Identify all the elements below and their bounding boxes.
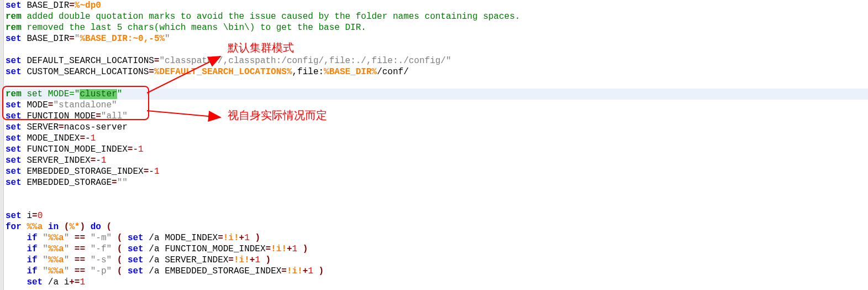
code-token: ": [64, 244, 70, 254]
code-line: for %%a in (%*) do (: [6, 221, 520, 232]
code-token: BASE_DIR: [22, 1, 69, 11]
annotation-text-1: 默认集群模式: [228, 42, 294, 53]
code-token: =: [128, 144, 133, 154]
code-token: "-s": [91, 255, 112, 265]
code-token: "-f": [91, 244, 112, 254]
code-token: [112, 244, 117, 254]
code-token: EMBEDDED_STORAGE: [22, 178, 112, 188]
code-token: [6, 266, 27, 276]
code-token: [6, 244, 27, 254]
code-token: (: [107, 222, 112, 232]
code-token: 1: [308, 266, 313, 276]
code-token: set: [6, 178, 22, 188]
code-token: set: [6, 111, 22, 121]
code-token: (: [117, 255, 123, 265]
code-token: set: [128, 255, 144, 265]
code-line: [6, 77, 520, 89]
code-token: [85, 266, 91, 276]
code-token: ): [319, 266, 324, 276]
editor-gutter: [0, 0, 4, 290]
code-token: [85, 233, 91, 243]
code-token: "all": [101, 111, 128, 121]
code-token: -: [96, 156, 101, 165]
code-token: set: [128, 244, 144, 254]
code-token: if: [27, 266, 37, 276]
code-token: BASE_DIR: [22, 34, 69, 44]
code-token: [112, 266, 117, 276]
code-token: %BASE_DIR%: [324, 67, 377, 77]
code-token: ==: [75, 255, 85, 265]
code-token: 1: [244, 233, 250, 243]
code-token: [85, 244, 91, 254]
code-token: (: [117, 244, 123, 254]
code-token: %%a: [48, 233, 64, 243]
code-token: if: [27, 244, 37, 254]
code-token: if: [27, 233, 37, 243]
code-line: set /a i+=1: [6, 277, 520, 288]
code-token: [122, 266, 128, 276]
code-line: if "%%a" == "-f" ( set /a FUNCTION_MODE_…: [6, 244, 520, 255]
code-token: (: [117, 233, 123, 243]
code-token: [38, 255, 43, 265]
code-token: ): [266, 255, 271, 265]
code-token: +: [239, 233, 245, 243]
code-token: +: [287, 244, 292, 254]
code-token: 1: [91, 133, 96, 143]
code-token: -: [133, 144, 138, 154]
code-token: set: [6, 56, 22, 66]
code-token: %~dp0: [75, 1, 101, 11]
code-token: [38, 233, 43, 243]
code-line: set DEFAULT_SEARCH_LOCATIONS="classpath:…: [6, 55, 520, 66]
code-token: set: [6, 67, 22, 77]
code-token: /a i: [43, 277, 69, 287]
code-line: set FUNCTION_MODE_INDEX=-1: [6, 144, 520, 155]
code-token: 1: [292, 244, 298, 254]
code-token: rem: [6, 23, 22, 33]
code-token: =: [228, 255, 234, 265]
code-token: -: [149, 167, 154, 177]
code-line: set EMBEDDED_STORAGE_INDEX=-1: [6, 166, 520, 177]
code-token: ": [64, 255, 70, 265]
code-token: [22, 222, 27, 232]
code-token: rem: [6, 89, 22, 99]
code-token: MODE: [22, 100, 48, 110]
code-token: set MODE=": [22, 89, 80, 99]
code-line: set EMBEDDED_STORAGE="": [6, 177, 520, 188]
code-line: rem added double quotation marks to avoi…: [6, 11, 520, 22]
code-token: ": [43, 266, 48, 276]
code-token: "-p": [91, 266, 112, 276]
code-token: "-m": [91, 233, 112, 243]
code-token: [112, 233, 117, 243]
code-token: [297, 244, 303, 254]
code-token: ): [255, 233, 260, 243]
code-token: set: [6, 211, 22, 221]
code-token: =: [80, 133, 85, 143]
code-token: SERVER: [22, 122, 59, 132]
code-token: =: [218, 233, 223, 243]
code-token: ==: [75, 266, 85, 276]
code-line: set i=0: [6, 210, 520, 221]
code-token: /a EMBEDDED_STORAGE_INDEX: [144, 266, 282, 276]
code-token: do: [91, 222, 101, 232]
code-token: +: [250, 255, 255, 265]
code-token: "": [117, 178, 128, 188]
code-token: 1: [255, 255, 260, 265]
code-token: ": [75, 34, 80, 44]
code-token: %DEFAULT_SEARCH_LOCATIONS%: [154, 67, 292, 77]
code-token: =: [281, 266, 287, 276]
code-token: [101, 222, 107, 232]
code-token: [85, 255, 91, 265]
code-token: [69, 255, 75, 265]
code-token: [313, 266, 319, 276]
code-token: EMBEDDED_STORAGE_INDEX: [22, 167, 144, 177]
code-token: !i!: [223, 233, 239, 243]
code-token: 1: [138, 144, 144, 154]
code-line: set CUSTOM_SEARCH_LOCATIONS=%DEFAULT_SEA…: [6, 66, 520, 77]
code-token: [122, 244, 128, 254]
code-token: [250, 233, 255, 243]
code-token: [122, 255, 128, 265]
code-token: set: [6, 133, 22, 143]
code-token: [38, 266, 43, 276]
code-line: if "%%a" == "-p" ( set /a EMBEDDED_STORA…: [6, 266, 520, 277]
code-token: ": [64, 233, 70, 243]
